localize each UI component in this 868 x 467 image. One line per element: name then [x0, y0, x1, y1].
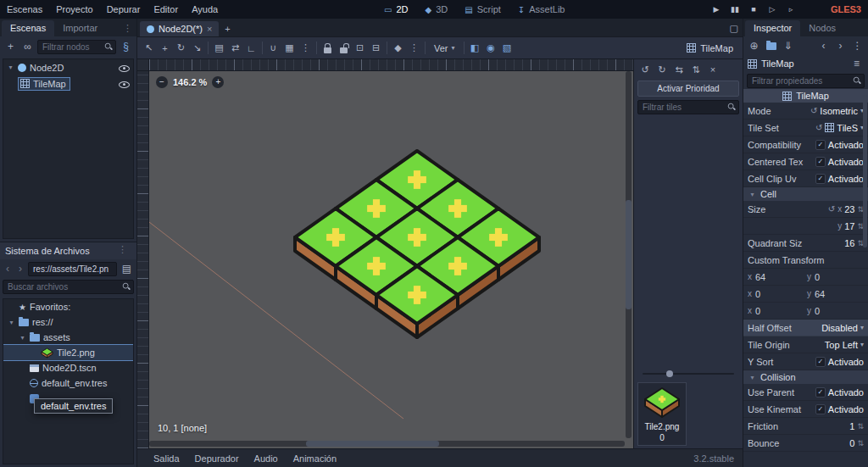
dock-menu-icon[interactable]: ⋮ — [119, 23, 136, 36]
rotate-right-icon[interactable]: ↻ — [654, 62, 670, 77]
menu-depurar[interactable]: Depurar — [100, 0, 147, 19]
new-scene-tab-button[interactable]: + — [219, 24, 236, 36]
filter-properties-input[interactable] — [747, 74, 865, 88]
flip-vertical-icon[interactable]: ⇅ — [688, 62, 704, 77]
search-files-input[interactable] — [3, 280, 134, 294]
region-select-icon[interactable]: ▧ — [499, 40, 515, 57]
collapse-icon[interactable]: ▾ — [8, 319, 15, 326]
flip-horizontal-icon[interactable]: ⇆ — [671, 62, 687, 77]
workspace-script[interactable]: ▤Script — [456, 0, 509, 19]
play-button[interactable]: ▶ — [707, 0, 726, 19]
tile-list-item[interactable]: Tile2.png 0 — [637, 382, 687, 446]
view-menu[interactable]: Ver▾ — [428, 43, 461, 53]
pause-button[interactable]: ▮▮ — [726, 0, 744, 19]
file-item-tile2-png[interactable]: Tile2.png — [3, 345, 133, 360]
file-item-assets[interactable]: ▾assets — [3, 330, 133, 345]
section-cell[interactable]: ▾ Cell — [743, 187, 868, 201]
visibility-icon[interactable] — [119, 63, 130, 73]
list-select-icon[interactable]: ▤ — [211, 40, 227, 57]
y-sort-checkbox[interactable]: ✓ Activado — [815, 357, 864, 367]
revert-icon[interactable]: ↺ — [810, 106, 817, 115]
revert-icon[interactable]: ↺ — [815, 123, 822, 132]
smart-snap-icon[interactable]: ∪ — [265, 40, 281, 57]
unlock-icon[interactable] — [336, 40, 352, 57]
tile-set-resource[interactable]: TileS ▾ — [825, 123, 864, 133]
selected-node-box[interactable]: TileMap — [19, 78, 70, 90]
select-tool-icon[interactable]: ↖ — [141, 40, 157, 57]
move-tool-icon[interactable]: + — [157, 40, 173, 57]
rotate-tool-icon[interactable]: ↻ — [173, 40, 189, 57]
revert-icon[interactable]: ↺ — [828, 204, 835, 214]
lock-icon[interactable] — [320, 40, 336, 57]
split-view-icon[interactable]: ▤ — [120, 261, 134, 276]
workspace-assetlib[interactable]: ↧AssetLib — [509, 0, 574, 19]
file-item-res-[interactable]: ▾res:// — [3, 314, 133, 330]
ruler-icon[interactable]: ∟ — [243, 40, 259, 57]
dock-menu-icon[interactable]: ⋮ — [114, 244, 131, 258]
tile-size-slider[interactable] — [643, 370, 734, 378]
close-icon[interactable]: × — [207, 24, 212, 34]
matrix-cell[interactable]: x 0 — [748, 289, 804, 299]
tab-importar[interactable]: Importar — [54, 20, 106, 36]
history-forward-icon[interactable]: › — [833, 38, 848, 53]
section-collision[interactable]: ▾ Collision — [743, 370, 868, 384]
cell-clip-uv-checkbox[interactable]: ✓ Activado — [815, 174, 864, 184]
grid-snap-icon[interactable]: ▦ — [281, 40, 298, 57]
skeleton-icon[interactable]: ◆ — [390, 40, 406, 57]
bounce-field[interactable]: 0 ⇅ — [849, 438, 864, 448]
2d-viewport[interactable]: − 146.2 % + 10, 1 [none] — [137, 59, 634, 448]
filter-tiles-input[interactable] — [637, 100, 739, 114]
scale-tool-icon[interactable]: ↘ — [189, 40, 205, 57]
stop-button[interactable]: ■ — [744, 0, 763, 19]
size-y-field[interactable]: y 17 ⇅ — [837, 221, 864, 231]
clear-transform-icon[interactable]: × — [705, 62, 721, 77]
size-x-field[interactable]: x 23 ⇅ — [837, 204, 864, 214]
workspace-3d[interactable]: ◆3D — [417, 0, 457, 19]
tile-picker-icon[interactable]: ◉ — [483, 40, 499, 57]
history-back-icon[interactable]: ‹ — [816, 38, 831, 53]
distraction-free-icon[interactable]: ▢ — [730, 23, 738, 36]
compatibility-checkbox[interactable]: ✓ Activado — [815, 140, 864, 150]
ungroup-icon[interactable]: ⊟ — [368, 40, 384, 57]
file-item-node2d-tscn[interactable]: Node2D.tscn — [3, 360, 133, 375]
zoom-in-button[interactable]: + — [212, 76, 224, 88]
workspace-2d[interactable]: ▭2D — [376, 0, 417, 19]
section-tilemap[interactable]: TileMap — [743, 89, 868, 103]
bottom-panel-salida[interactable]: Salida — [146, 453, 187, 464]
centered-tex-checkbox[interactable]: ✓ Activado — [815, 157, 864, 167]
file-item-favoritos-[interactable]: ★Favoritos: — [3, 299, 133, 314]
mode-dropdown[interactable]: Isometric ▾ — [820, 106, 864, 116]
matrix-cell[interactable]: x 0 — [748, 306, 804, 316]
collapse-icon[interactable]: ▾ — [19, 334, 26, 342]
tab-nodos[interactable]: Nodos — [800, 20, 844, 36]
breadcrumb[interactable]: res://assets/Tile2.pn — [28, 262, 117, 276]
matrix-cell[interactable]: x 64 — [748, 272, 804, 282]
tab-inspector[interactable]: Inspector — [745, 20, 800, 36]
menu-escenas[interactable]: Escenas — [0, 0, 49, 19]
snap-options-icon[interactable]: ⋮ — [298, 40, 314, 57]
menu-editor[interactable]: Editor — [147, 0, 185, 19]
scene-tab-node2d[interactable]: Node2D(*) × — [140, 21, 219, 36]
forward-icon[interactable]: › — [15, 263, 25, 275]
matrix-cell[interactable]: y 0 — [807, 272, 864, 282]
menu-proyecto[interactable]: Proyecto — [49, 0, 99, 19]
zoom-out-button[interactable]: − — [156, 76, 168, 88]
save-resource-icon[interactable]: ⇓ — [781, 38, 795, 53]
load-resource-icon[interactable] — [764, 38, 778, 53]
group-icon[interactable]: ⊡ — [352, 40, 368, 57]
add-node-button[interactable]: + — [3, 39, 18, 54]
matrix-cell[interactable]: y 64 — [807, 289, 864, 299]
play-scene-button[interactable]: ▷ — [763, 0, 782, 19]
back-icon[interactable]: ‹ — [3, 263, 13, 275]
half-offset-dropdown[interactable]: Disabled ▾ — [821, 323, 864, 333]
tab-escenas[interactable]: Escenas — [2, 20, 54, 36]
attach-script-icon[interactable]: § — [119, 39, 133, 54]
bottom-panel-depurador[interactable]: Depurador — [187, 453, 247, 464]
pan-tool-icon[interactable]: ⇄ — [227, 40, 243, 57]
file-item-default-env-tres[interactable]: default_env.tres — [3, 375, 133, 391]
bottom-panel-animaci-n[interactable]: Animación — [286, 453, 344, 464]
friction-field[interactable]: 1 ⇅ — [849, 421, 864, 431]
menu-ayuda[interactable]: Ayuda — [185, 0, 225, 19]
tree-item-tilemap[interactable]: TileMap — [3, 75, 133, 92]
bottom-panel-audio[interactable]: Audio — [247, 453, 286, 464]
